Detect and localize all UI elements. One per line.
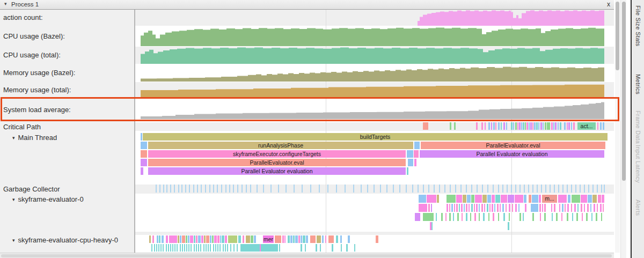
trace-slice[interactable] xyxy=(562,204,564,212)
trace-slice[interactable] xyxy=(170,185,171,193)
process-collapse-icon[interactable]: ▾ xyxy=(4,1,7,6)
trace-slice[interactable] xyxy=(408,159,413,166)
trace-slice[interactable] xyxy=(568,122,570,130)
trace-slice[interactable] xyxy=(469,204,470,212)
trace-slice[interactable] xyxy=(501,122,502,130)
trace-slice[interactable] xyxy=(186,235,187,243)
trace-slice[interactable] xyxy=(263,185,264,193)
trace-slice[interactable] xyxy=(493,213,494,221)
trace-slice[interactable] xyxy=(241,185,243,193)
trace-slice[interactable] xyxy=(503,122,505,130)
trace-slice[interactable] xyxy=(172,244,173,252)
trace-slice[interactable] xyxy=(475,195,482,203)
trace-slice[interactable] xyxy=(515,185,516,193)
trace-slice[interactable] xyxy=(588,185,589,193)
trace-slice[interactable] xyxy=(194,244,195,252)
trace-slice[interactable] xyxy=(567,204,569,212)
trace-slice[interactable] xyxy=(206,235,209,243)
trace-slice[interactable] xyxy=(222,235,224,243)
trace-slice[interactable] xyxy=(206,244,207,252)
trace-slice[interactable] xyxy=(556,213,558,221)
trace-slice[interactable] xyxy=(521,122,522,130)
trace-slice[interactable] xyxy=(246,235,250,243)
trace-slice[interactable] xyxy=(470,213,471,221)
trace-slice[interactable] xyxy=(471,195,474,203)
trace-slice[interactable] xyxy=(431,222,433,230)
trace-slice[interactable] xyxy=(170,244,171,252)
trace-slice[interactable] xyxy=(493,185,494,193)
trace-slice[interactable] xyxy=(160,244,162,252)
trace-slice[interactable] xyxy=(441,213,443,221)
trace-slice[interactable] xyxy=(481,204,483,212)
trace-slice[interactable] xyxy=(154,244,155,252)
trace-slice-m[interactable]: m... xyxy=(542,195,557,203)
trace-slice[interactable] xyxy=(217,185,218,193)
trace-slice[interactable] xyxy=(141,133,142,141)
trace-slice[interactable] xyxy=(278,185,279,193)
trace-slice[interactable] xyxy=(243,235,244,243)
trace-slice[interactable] xyxy=(254,235,256,243)
trace-slice[interactable] xyxy=(474,213,476,221)
trace-slice[interactable] xyxy=(565,204,566,212)
trace-slice[interactable] xyxy=(487,195,491,203)
trace-slice[interactable] xyxy=(603,122,604,130)
trace-slice[interactable] xyxy=(509,204,510,212)
trace-slice[interactable] xyxy=(574,204,576,212)
trace-slice[interactable] xyxy=(590,204,591,212)
trace-slice[interactable] xyxy=(203,244,204,252)
trace-slice[interactable] xyxy=(233,185,234,193)
trace-slice[interactable] xyxy=(431,204,432,212)
trace-slice[interactable] xyxy=(166,244,167,252)
trace-slice[interactable] xyxy=(483,213,485,221)
trace-slice[interactable] xyxy=(444,185,445,193)
trace-slice[interactable] xyxy=(479,213,480,221)
trace-slice[interactable] xyxy=(461,204,463,212)
trace-slice-act[interactable]: act... xyxy=(577,122,596,130)
trace-slice[interactable] xyxy=(406,185,407,193)
trace-slice[interactable] xyxy=(509,213,510,221)
trace-slice[interactable] xyxy=(575,185,576,193)
trace-slice[interactable] xyxy=(327,185,328,193)
trace-slice[interactable] xyxy=(423,122,428,130)
trace-slice[interactable] xyxy=(162,235,164,243)
trace-slice[interactable] xyxy=(460,185,462,193)
trace-slice[interactable] xyxy=(577,204,579,212)
trace-slice[interactable] xyxy=(302,185,303,193)
trace-slice[interactable] xyxy=(159,235,160,243)
trace-slice[interactable] xyxy=(450,185,451,193)
trace-slice[interactable] xyxy=(225,235,227,243)
trace-slice[interactable] xyxy=(414,142,420,149)
trace-slice[interactable] xyxy=(246,185,247,193)
trace-slice[interactable] xyxy=(481,122,483,130)
trace-slice[interactable] xyxy=(598,195,601,203)
trace-slice[interactable] xyxy=(551,204,552,212)
trace-slice[interactable] xyxy=(181,185,182,193)
trace-slice[interactable] xyxy=(419,195,426,203)
trace-slice[interactable] xyxy=(230,244,231,252)
trace-slice[interactable] xyxy=(474,204,475,212)
trace-slice[interactable] xyxy=(178,185,179,193)
trace-slice[interactable] xyxy=(539,204,541,212)
trace-slice[interactable] xyxy=(414,159,416,166)
trace-slice[interactable] xyxy=(532,213,534,221)
trace-slice[interactable] xyxy=(536,122,538,130)
sidebar-tab-file-size-stats[interactable]: File Size Stats xyxy=(635,5,641,46)
trace-slice[interactable] xyxy=(457,213,459,221)
trace-slice[interactable] xyxy=(151,244,152,252)
trace-slice[interactable] xyxy=(322,235,324,243)
horizontal-scrollbar-thumb[interactable] xyxy=(1,254,612,257)
trace-slice[interactable] xyxy=(454,204,455,212)
trace-slice[interactable] xyxy=(558,185,559,193)
trace-slice[interactable] xyxy=(518,204,519,212)
trace-slice[interactable] xyxy=(212,235,214,243)
trace-slice[interactable] xyxy=(163,185,164,193)
trace-slice[interactable] xyxy=(180,235,181,243)
counter-chart[interactable] xyxy=(135,100,614,119)
trace-slice[interactable] xyxy=(479,204,480,212)
trace-slice[interactable] xyxy=(449,204,450,212)
trace-slice[interactable] xyxy=(200,244,201,252)
trace-slice[interactable] xyxy=(194,235,195,243)
trace-slice[interactable] xyxy=(141,159,147,166)
trace-slice[interactable] xyxy=(141,142,147,149)
trace-slice[interactable] xyxy=(542,204,543,212)
